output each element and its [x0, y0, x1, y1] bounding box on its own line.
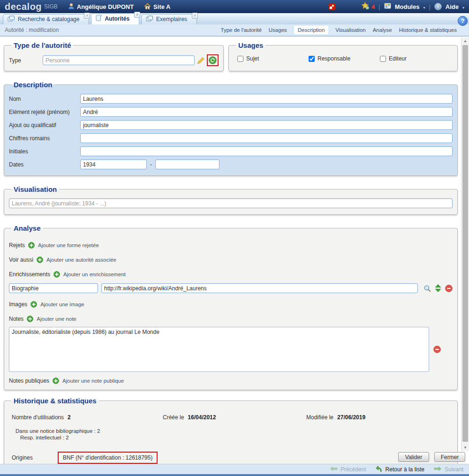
add-icon[interactable]: [28, 242, 35, 249]
remove-icon[interactable]: [445, 285, 453, 292]
checkbox-responsable[interactable]: Responsable: [309, 55, 380, 62]
next-label: Suivant: [445, 466, 463, 473]
notes-publiques-label: Notes publiques: [9, 378, 49, 384]
section-legend: Type de l'autorité: [11, 41, 73, 49]
annotation-highlight: [207, 54, 219, 66]
nav-analyse[interactable]: Analyse: [373, 27, 392, 33]
add-forme-rejetee-link[interactable]: Ajouter une forme rejetée: [38, 242, 99, 248]
date-debut-input[interactable]: [80, 159, 147, 169]
add-icon[interactable]: [53, 271, 60, 278]
section-legend: Historique & statistiques: [11, 397, 99, 405]
section-legend: Visualisation: [11, 185, 59, 193]
date-fin-input[interactable]: [155, 159, 219, 169]
close-icon[interactable]: [192, 13, 198, 19]
nav-usages[interactable]: Usages: [269, 27, 287, 33]
field-label: Chiffres romains: [9, 135, 80, 142]
nav-type-autorite[interactable]: Type de l'autorité: [221, 27, 262, 33]
add-icon[interactable]: [37, 257, 43, 263]
resp-usage-line: Resp. intellectuel : 2: [20, 435, 453, 440]
note-textarea[interactable]: Journaliste, éditorialiste (depuis 1986)…: [9, 327, 429, 372]
back-to-list-label: Retour à la liste: [386, 466, 424, 473]
site-menu[interactable]: Site A: [144, 3, 170, 11]
chiffres-romains-input[interactable]: [80, 133, 453, 143]
nav-visualisation[interactable]: Visualisation: [335, 27, 365, 33]
field-label: Ajout ou qualificatif: [9, 122, 80, 128]
top-bar: decalog SIGB Angélique DUPONT Site A 4 |…: [0, 0, 469, 13]
close-icon[interactable]: [84, 13, 90, 19]
remove-icon[interactable]: [433, 346, 441, 353]
fermer-button[interactable]: Fermer: [434, 452, 465, 462]
back-to-list-link[interactable]: Retour à la liste: [376, 465, 424, 473]
section-legend: Usages: [236, 41, 265, 49]
visualisation-input[interactable]: [9, 198, 453, 208]
element-rejete-input[interactable]: [80, 107, 453, 117]
ajout-qualificatif-input[interactable]: [80, 120, 453, 130]
tab-recherche-catalogage[interactable]: Recherche & catalogage: [3, 14, 89, 24]
tab-bar: Recherche & catalogage Autorités Exempla…: [0, 13, 469, 24]
tab-label: Autorités: [105, 15, 129, 22]
field-label: Nom: [9, 96, 80, 102]
voir-aussi-label: Voir aussi: [9, 257, 33, 263]
nav-description[interactable]: Description: [294, 26, 329, 34]
dates-separator: -: [150, 161, 152, 168]
enrichment-url-input[interactable]: [101, 283, 418, 293]
add-icon[interactable]: [27, 316, 33, 322]
editeur-checkbox[interactable]: [380, 56, 386, 62]
favorites-count: 4: [371, 3, 375, 10]
checkbox-editeur[interactable]: Editeur: [380, 55, 451, 62]
user-menu[interactable]: Angélique DUPONT: [68, 3, 134, 11]
add-note-link[interactable]: Ajouter une note: [37, 316, 76, 322]
add-image-link[interactable]: Ajouter une image: [40, 302, 84, 307]
modules-menu[interactable]: Modules: [395, 3, 420, 10]
app-logo-suffix: SIGB: [44, 3, 58, 10]
add-enrichissement-link[interactable]: Ajouter un enrichissement: [63, 272, 126, 277]
session-icon[interactable]: [328, 3, 336, 10]
edit-pencil-icon[interactable]: [197, 57, 205, 64]
tab-label: Recherche & catalogage: [18, 16, 79, 23]
nom-input[interactable]: [80, 94, 453, 104]
modules-label: Modules: [395, 3, 420, 10]
help-icon[interactable]: [458, 16, 468, 26]
scroll-icon: [96, 15, 102, 23]
type-input[interactable]: [43, 55, 195, 65]
tab-autorites[interactable]: Autorités: [91, 13, 139, 24]
vertical-scrollbar[interactable]: [461, 38, 469, 451]
scroll-down-arrow[interactable]: [461, 444, 469, 451]
nav-historique[interactable]: Historique & statistiques: [399, 27, 457, 33]
origins-value: BNF (N° d'identification : 12618795): [63, 454, 152, 461]
scroll-up-arrow[interactable]: [461, 38, 469, 45]
user-name: Angélique DUPONT: [77, 3, 134, 10]
help-menu[interactable]: Aide: [446, 3, 459, 10]
origins-label: Origines: [9, 454, 58, 461]
annotation-highlight: BNF (N° d'identification : 12618795): [58, 452, 158, 464]
responsable-checkbox[interactable]: [309, 56, 315, 62]
checkbox-sujet[interactable]: Sujet: [237, 55, 309, 62]
initiales-input[interactable]: [80, 146, 453, 156]
divider: |: [378, 3, 380, 10]
checkbox-label: Editeur: [389, 55, 407, 62]
next-link: Suivant: [434, 466, 463, 473]
pages-icon: [8, 15, 15, 23]
reorder-icon[interactable]: [435, 284, 441, 292]
notes-label: Notes: [9, 316, 23, 322]
scrollbar-thumb[interactable]: [462, 45, 468, 442]
previous-link: Précédent: [330, 466, 366, 473]
valider-button[interactable]: Valider: [398, 452, 429, 462]
add-icon[interactable]: [30, 301, 37, 308]
favorites-star-icon[interactable]: [361, 2, 369, 11]
enrichissements-label: Enrichissements: [9, 271, 50, 278]
page-title: Autorité : modification: [5, 27, 221, 33]
add-autorite-associee-link[interactable]: Ajouter une autorité associée: [46, 257, 116, 263]
sujet-checkbox[interactable]: [237, 56, 243, 62]
search-icon[interactable]: [424, 285, 431, 292]
section-analyse: Analyse Rejets Ajouter une forme rejetée…: [4, 224, 458, 390]
refresh-icon[interactable]: [209, 56, 217, 64]
modified-date: Modifiée le27/06/2019: [306, 414, 365, 421]
add-icon[interactable]: [53, 378, 59, 384]
tab-exemplaires[interactable]: Exemplaires: [141, 14, 197, 24]
enrichment-type-input[interactable]: [9, 283, 98, 293]
form-content: Type de l'autorité Type Usages Sujet: [0, 38, 461, 469]
add-note-publique-link[interactable]: Ajouter une note publique: [62, 378, 124, 384]
close-icon[interactable]: [134, 12, 140, 18]
pages-icon: [146, 15, 153, 23]
